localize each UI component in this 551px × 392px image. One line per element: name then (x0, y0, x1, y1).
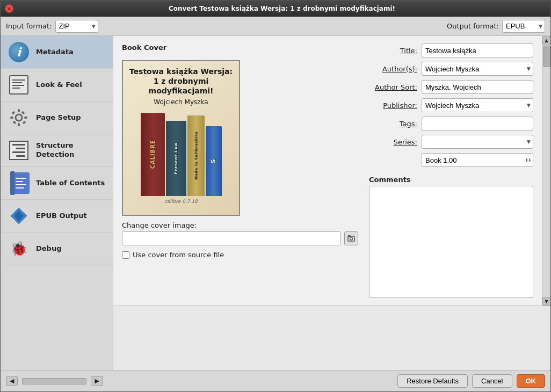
scroll-down-button[interactable]: ▼ (542, 297, 551, 306)
bottom-buttons: Restore Defaults Cancel OK (397, 374, 545, 388)
use-source-file-label: Use cover from source file (133, 251, 224, 259)
scrollbar-thumb[interactable] (543, 46, 550, 67)
authors-select[interactable]: Wojciech Myszka (422, 62, 533, 76)
sidebar-item-debug-label: Debug (36, 244, 61, 253)
publisher-row: Publisher: Wojciech Myszka (369, 98, 533, 112)
bottom-left: ◀ ▶ (6, 376, 103, 386)
cancel-button[interactable]: Cancel (472, 374, 512, 388)
input-format-select-wrapper[interactable]: ZIP (55, 20, 98, 33)
series-index-input[interactable] (422, 153, 533, 167)
restore-defaults-button[interactable]: Restore Defaults (397, 374, 468, 388)
comments-textarea[interactable] (369, 186, 533, 298)
epub-icon (8, 205, 30, 227)
book-cover-frame: Testowa książka Wersja: 1 z drobnymi mod… (122, 60, 240, 216)
output-format-group: Output format: EPUB (447, 20, 545, 33)
scroll-left-button[interactable]: ◀ (6, 376, 18, 386)
sidebar-item-page-setup[interactable]: Page Setup (1, 101, 113, 134)
use-source-file-checkbox[interactable] (122, 251, 129, 259)
author-sort-label: Author Sort: (369, 83, 417, 91)
info-icon: i (8, 41, 30, 63)
browse-button[interactable] (344, 231, 358, 245)
title-input[interactable] (422, 43, 533, 57)
book-present-law: Present Law (166, 121, 186, 196)
structure-icon (8, 140, 30, 161)
sidebar-item-epub-output[interactable]: EPUB Output (1, 200, 113, 233)
main-area: i Metadata Look & Feel (1, 36, 550, 370)
svg-rect-15 (348, 236, 354, 241)
series-label: Series: (369, 138, 417, 146)
svg-rect-0 (12, 79, 25, 81)
scroll-up-button[interactable]: ▲ (542, 36, 551, 45)
svg-rect-10 (22, 120, 26, 124)
sidebar-item-page-setup-label: Page Setup (36, 113, 81, 122)
authors-row: Author(s): Wojciech Myszka (369, 62, 533, 76)
calibre-label: calibre 0.7.18 (164, 199, 198, 204)
input-format-label: Input format: (6, 22, 52, 30)
tags-input[interactable] (422, 117, 533, 130)
series-index-wrapper[interactable] (422, 153, 533, 167)
output-format-select-wrapper[interactable]: EPUB (502, 20, 545, 33)
book-cover-column: Book Cover Testowa książka Wersja: 1 z d… (122, 43, 358, 298)
svg-rect-3 (12, 88, 20, 89)
book-cover-art: Testowa książka Wersja: 1 z drobnymi mod… (123, 61, 239, 215)
ok-button[interactable]: OK (517, 374, 546, 388)
sidebar-item-epub-output-label: EPUB Output (36, 212, 87, 221)
input-format-group: Input format: ZIP (6, 20, 98, 33)
svg-rect-1 (12, 82, 22, 83)
svg-rect-8 (24, 117, 27, 119)
author-sort-input[interactable] (422, 80, 533, 94)
sidebar-item-metadata-label: Metadata (36, 48, 74, 57)
svg-point-4 (16, 114, 22, 121)
svg-rect-2 (12, 85, 24, 86)
author-sort-row: Author Sort: (369, 80, 533, 94)
sidebar-item-table-of-contents-label: Table of Contents (36, 179, 105, 188)
sidebar-item-table-of-contents[interactable]: Table of Contents (1, 167, 113, 200)
sidebar-item-structure-detection[interactable]: Structure Detection (1, 134, 113, 167)
change-cover-section: Change cover image: (122, 221, 358, 245)
svg-rect-6 (18, 123, 20, 126)
window-title: Convert Testowa książka Wersja: 1 z drob… (18, 5, 546, 12)
output-format-select[interactable]: EPUB (502, 20, 545, 33)
sidebar-item-look-feel[interactable]: Look & Feel (1, 69, 113, 101)
book-cover-section-title: Book Cover (122, 43, 358, 52)
tags-row: Tags: (369, 117, 533, 130)
tags-label: Tags: (369, 120, 417, 128)
svg-rect-5 (18, 109, 20, 112)
series-index-row (369, 153, 533, 167)
series-row: Series: (369, 135, 533, 149)
toc-icon (8, 172, 30, 194)
scrollbar-track[interactable] (542, 45, 550, 297)
titlebar: ✕ Convert Testowa książka Wersja: 1 z dr… (1, 1, 550, 17)
comments-section: Comments (369, 173, 533, 298)
scrollbar: ▲ ▼ (542, 36, 550, 306)
close-button[interactable]: ✕ (5, 4, 13, 13)
change-cover-input[interactable] (122, 231, 341, 245)
sidebar-item-look-feel-label: Look & Feel (36, 81, 82, 90)
format-bar: Input format: ZIP Output format: EPUB (1, 17, 550, 36)
svg-rect-12 (12, 120, 16, 124)
title-label: Title: (369, 47, 417, 55)
publisher-select-wrapper[interactable]: Wojciech Myszka (422, 98, 533, 112)
look-feel-icon (8, 74, 30, 96)
content-scroll: Book Cover Testowa książka Wersja: 1 z d… (113, 36, 542, 306)
sidebar-item-debug[interactable]: 🐞 Debug (1, 233, 113, 265)
svg-rect-7 (10, 117, 13, 119)
series-select-wrapper[interactable] (422, 135, 533, 149)
series-select[interactable] (422, 135, 533, 149)
sidebar: i Metadata Look & Feel (1, 36, 113, 370)
change-cover-row (122, 231, 358, 245)
bottom-bar: ◀ ▶ Restore Defaults Cancel OK (1, 370, 550, 391)
book-s: S (206, 126, 222, 196)
input-format-select[interactable]: ZIP (55, 20, 98, 33)
main-window: ✕ Convert Testowa książka Wersja: 1 z dr… (0, 0, 551, 392)
comments-label: Comments (369, 176, 533, 184)
scroll-right-button[interactable]: ▶ (91, 376, 103, 386)
publisher-select[interactable]: Wojciech Myszka (422, 98, 533, 112)
authors-select-wrapper[interactable]: Wojciech Myszka (422, 62, 533, 76)
book-made-in: Made in Calibreshire (187, 115, 205, 196)
use-source-file-row: Use cover from source file (122, 251, 358, 259)
bottom-scroll-track[interactable] (22, 378, 86, 384)
cover-title: Testowa książka Wersja: 1 z drobnymi mod… (128, 67, 234, 96)
svg-rect-16 (348, 235, 351, 237)
sidebar-item-metadata[interactable]: i Metadata (1, 36, 113, 69)
